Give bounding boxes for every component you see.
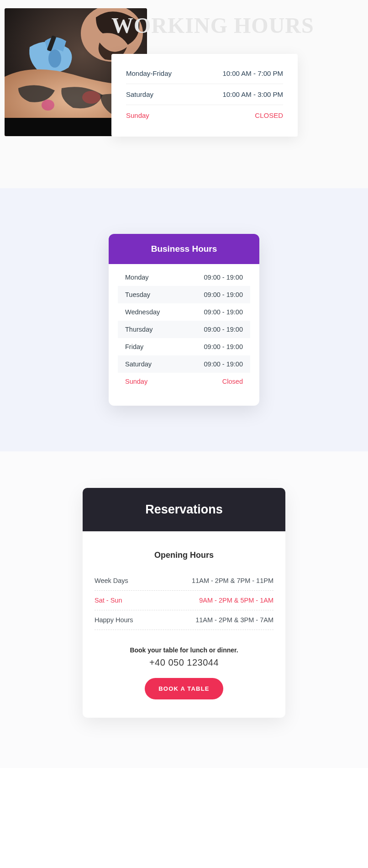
- day-label: Friday: [125, 343, 143, 350]
- time-value: CLOSED: [255, 111, 283, 119]
- svg-point-4: [82, 91, 100, 104]
- day-label: Wednesday: [125, 308, 160, 316]
- reservations-body: Opening Hours Week Days 11AM - 2PM & 7PM…: [83, 531, 285, 718]
- hours-row-closed: Sunday CLOSED: [126, 105, 283, 126]
- cta-text: Book your table for lunch or dinner.: [95, 646, 273, 654]
- hours-row: Tuesday 09:00 - 19:00: [118, 286, 250, 303]
- working-hours-title: WORKING HOURS: [111, 13, 314, 38]
- day-label: Sunday: [126, 111, 149, 119]
- time-value: 11AM - 2PM & 3PM - 7AM: [195, 616, 273, 624]
- reservations-card: Reservations Opening Hours Week Days 11A…: [83, 488, 285, 718]
- day-label: Monday-Friday: [126, 69, 172, 77]
- time-value: 11AM - 2PM & 7PM - 11PM: [192, 577, 273, 584]
- business-hours-title: Business Hours: [109, 234, 259, 264]
- time-value: 10:00 AM - 3:00 PM: [222, 90, 283, 98]
- opening-hours-subtitle: Opening Hours: [95, 550, 273, 560]
- svg-point-2: [48, 49, 61, 68]
- day-label: Saturday: [126, 90, 153, 98]
- hours-row: Saturday 09:00 - 19:00: [118, 355, 250, 373]
- time-value: 09:00 - 19:00: [204, 326, 243, 333]
- time-value: 09:00 - 19:00: [204, 308, 243, 316]
- hours-row: Week Days 11AM - 2PM & 7PM - 11PM: [95, 571, 273, 591]
- svg-point-5: [42, 100, 54, 111]
- day-label: Monday: [125, 274, 149, 281]
- day-label: Week Days: [95, 577, 128, 584]
- time-value: 09:00 - 19:00: [204, 291, 243, 298]
- cta-block: Book your table for lunch or dinner. +40…: [95, 646, 273, 699]
- time-value: 9AM - 2PM & 5PM - 1AM: [199, 597, 273, 604]
- business-hours-body: Monday 09:00 - 19:00 Tuesday 09:00 - 19:…: [109, 264, 259, 406]
- hours-row: Happy Hours 11AM - 2PM & 3PM - 7AM: [95, 610, 273, 630]
- day-label: Sat - Sun: [95, 597, 122, 604]
- hours-row: Monday 09:00 - 19:00: [118, 269, 250, 286]
- hours-row-closed: Sunday Closed: [118, 373, 250, 390]
- time-value: 09:00 - 19:00: [204, 343, 243, 350]
- day-label: Saturday: [125, 360, 152, 368]
- day-label: Thursday: [125, 326, 152, 333]
- time-value: 09:00 - 19:00: [204, 360, 243, 368]
- hours-row: Thursday 09:00 - 19:00: [118, 321, 250, 338]
- working-hours-card: Monday-Friday 10:00 AM - 7:00 PM Saturda…: [111, 54, 298, 137]
- hours-row: Monday-Friday 10:00 AM - 7:00 PM: [126, 63, 283, 84]
- time-value: Closed: [222, 378, 243, 385]
- day-label: Sunday: [125, 378, 147, 385]
- time-value: 09:00 - 19:00: [204, 274, 243, 281]
- time-value: 10:00 AM - 7:00 PM: [222, 69, 283, 77]
- day-label: Tuesday: [125, 291, 150, 298]
- hours-row: Saturday 10:00 AM - 3:00 PM: [126, 84, 283, 105]
- reservations-section: Reservations Opening Hours Week Days 11A…: [0, 451, 368, 768]
- hours-row: Friday 09:00 - 19:00: [118, 338, 250, 355]
- hours-row-highlight: Sat - Sun 9AM - 2PM & 5PM - 1AM: [95, 591, 273, 610]
- reservations-title: Reservations: [83, 488, 285, 531]
- day-label: Happy Hours: [95, 616, 133, 624]
- working-hours-section: WORKING HOURS Monday-Friday 10:00 AM - 7…: [0, 0, 368, 188]
- book-table-button[interactable]: BOOK A TABLE: [145, 678, 223, 699]
- hours-row: Wednesday 09:00 - 19:00: [118, 303, 250, 321]
- business-hours-card: Business Hours Monday 09:00 - 19:00 Tues…: [109, 234, 259, 406]
- business-hours-section: Business Hours Monday 09:00 - 19:00 Tues…: [0, 188, 368, 451]
- phone-number: +40 050 123044: [95, 657, 273, 668]
